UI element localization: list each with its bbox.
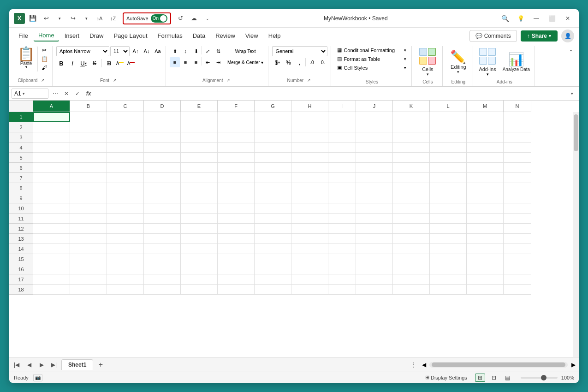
clipboard-expand[interactable]: ↗: [39, 76, 47, 84]
cell-H3[interactable]: [291, 132, 328, 143]
cell-G4[interactable]: [255, 143, 291, 153]
cell-J16[interactable]: [356, 264, 393, 274]
cell-G11[interactable]: [255, 214, 291, 224]
row-header-13[interactable]: 13: [9, 234, 33, 244]
cell-L7[interactable]: [430, 173, 467, 183]
menu-home[interactable]: Home: [34, 30, 59, 42]
cell-M15[interactable]: [467, 254, 504, 264]
cell-L15[interactable]: [430, 254, 467, 264]
col-header-N[interactable]: N: [504, 101, 531, 112]
cell-C17[interactable]: [107, 274, 144, 285]
cell-H10[interactable]: [291, 203, 328, 214]
page-break-view-button[interactable]: ▤: [503, 374, 513, 382]
cell-E2[interactable]: [181, 122, 218, 132]
cell-M13[interactable]: [467, 234, 504, 244]
cell-F16[interactable]: [218, 264, 255, 274]
cell-M1[interactable]: [467, 112, 504, 122]
cell-M9[interactable]: [467, 193, 504, 203]
cell-K6[interactable]: [393, 163, 430, 173]
maximize-button[interactable]: ⬜: [546, 12, 558, 25]
cell-E9[interactable]: [181, 193, 218, 203]
cell-L9[interactable]: [430, 193, 467, 203]
zoom-slider[interactable]: [521, 377, 558, 379]
sheet-nav-next[interactable]: ▶: [36, 360, 47, 370]
cell-H15[interactable]: [291, 254, 328, 264]
formula-input[interactable]: [95, 89, 565, 99]
col-header-J[interactable]: J: [356, 101, 393, 112]
cell-K10[interactable]: [393, 203, 430, 214]
cell-F9[interactable]: [218, 193, 255, 203]
cell-N12[interactable]: [504, 224, 531, 234]
refresh-button[interactable]: ↺: [175, 13, 186, 24]
cell-L17[interactable]: [430, 274, 467, 285]
redo-button[interactable]: ↪: [67, 13, 78, 24]
sort-az-button[interactable]: ↕A: [94, 13, 105, 24]
col-header-H[interactable]: H: [291, 101, 328, 112]
conditional-formatting-button[interactable]: ▦ Conditional Formatting ▾: [335, 46, 409, 54]
menu-file[interactable]: File: [14, 30, 33, 41]
cell-A15[interactable]: [33, 254, 70, 264]
bold-button[interactable]: B: [56, 58, 66, 68]
cell-N10[interactable]: [504, 203, 531, 214]
cell-M17[interactable]: [467, 274, 504, 285]
cell-B17[interactable]: [70, 274, 107, 285]
cell-E17[interactable]: [181, 274, 218, 285]
cell-N9[interactable]: [504, 193, 531, 203]
cell-A7[interactable]: [33, 173, 70, 183]
cell-J3[interactable]: [356, 132, 393, 143]
row-header-15[interactable]: 15: [9, 254, 33, 264]
row-header-18[interactable]: 18: [9, 285, 33, 295]
cut-button[interactable]: ✂: [39, 46, 49, 54]
cell-D8[interactable]: [144, 183, 181, 193]
cell-A6[interactable]: [33, 163, 70, 173]
save-button[interactable]: 💾: [27, 13, 38, 24]
dec-inc-button[interactable]: .0: [307, 57, 317, 67]
cell-K16[interactable]: [393, 264, 430, 274]
cell-I10[interactable]: [328, 203, 356, 214]
font-name-select[interactable]: Aptos Narrow: [56, 46, 109, 56]
cell-G10[interactable]: [255, 203, 291, 214]
cell-M3[interactable]: [467, 132, 504, 143]
cell-B13[interactable]: [70, 234, 107, 244]
borders-button[interactable]: ⊞: [104, 58, 114, 68]
cell-D15[interactable]: [144, 254, 181, 264]
cell-I2[interactable]: [328, 122, 356, 132]
cell-E7[interactable]: [181, 173, 218, 183]
cell-J1[interactable]: [356, 112, 393, 122]
cell-E6[interactable]: [181, 163, 218, 173]
cell-M7[interactable]: [467, 173, 504, 183]
cell-G5[interactable]: [255, 153, 291, 163]
cell-B11[interactable]: [70, 214, 107, 224]
cell-J8[interactable]: [356, 183, 393, 193]
cell-J11[interactable]: [356, 214, 393, 224]
more-tools-button[interactable]: ⌄: [202, 13, 213, 24]
cell-I6[interactable]: [328, 163, 356, 173]
cell-F17[interactable]: [218, 274, 255, 285]
cell-J17[interactable]: [356, 274, 393, 285]
cell-N8[interactable]: [504, 183, 531, 193]
cell-K4[interactable]: [393, 143, 430, 153]
decrease-font-button[interactable]: A↓: [142, 46, 152, 56]
cell-D14[interactable]: [144, 244, 181, 254]
cell-E1[interactable]: [181, 112, 218, 122]
align-top-button[interactable]: ⬆: [170, 46, 180, 56]
cell-L5[interactable]: [430, 153, 467, 163]
cell-H8[interactable]: [291, 183, 328, 193]
vertical-scrollbar[interactable]: [573, 112, 579, 357]
align-bottom-button active[interactable]: ⬇: [191, 46, 201, 56]
menu-help[interactable]: Help: [264, 30, 285, 41]
cell-M5[interactable]: [467, 153, 504, 163]
cell-C8[interactable]: [107, 183, 144, 193]
cell-A18[interactable]: [33, 285, 70, 295]
cell-I18[interactable]: [328, 285, 356, 295]
cell-L2[interactable]: [430, 122, 467, 132]
cell-D5[interactable]: [144, 153, 181, 163]
col-header-B[interactable]: B: [70, 101, 107, 112]
cell-C1[interactable]: [107, 112, 144, 122]
lightbulb-button[interactable]: 💡: [514, 12, 527, 25]
merge-center-button[interactable]: Merge & Center ▾: [226, 57, 265, 67]
editing-btn[interactable]: ✏️ Editing ▾: [446, 48, 470, 77]
cell-D13[interactable]: [144, 234, 181, 244]
analyze-data-btn[interactable]: 📊 Analyze Data: [501, 51, 532, 74]
cell-N14[interactable]: [504, 244, 531, 254]
